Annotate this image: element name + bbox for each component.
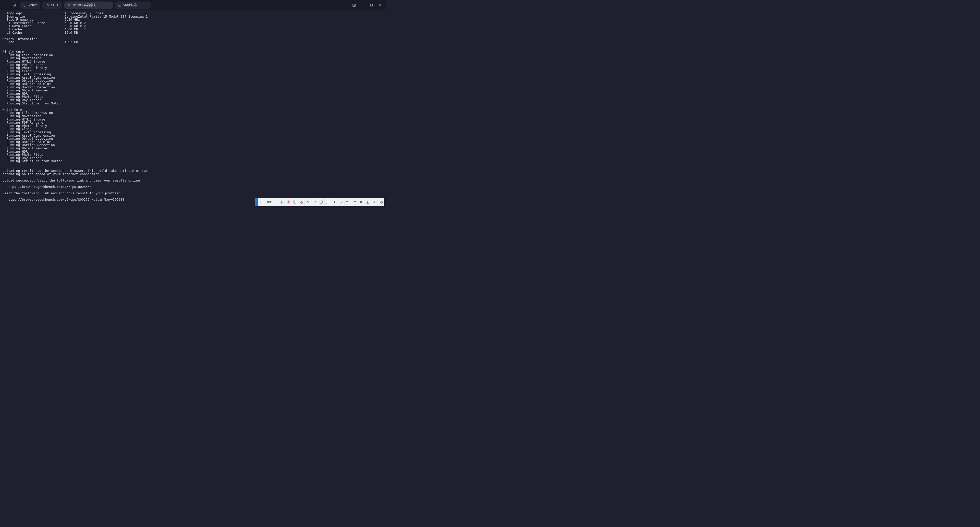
terminal-output[interactable]: Topology 1 Processor, 2 Cores Identifier…: [0, 10, 386, 204]
pause-icon[interactable]: [291, 198, 298, 206]
new-tab-button[interactable]: [153, 2, 159, 8]
pin-icon[interactable]: [371, 198, 378, 206]
maximize-icon[interactable]: [368, 2, 375, 8]
window-controls: [351, 2, 383, 8]
close-icon[interactable]: [67, 3, 71, 7]
polyline-icon[interactable]: [305, 198, 311, 206]
menu-icon[interactable]: [3, 2, 9, 8]
svg-point-3: [261, 201, 262, 202]
download-icon[interactable]: [364, 198, 371, 206]
folder-icon: [45, 3, 49, 7]
cancel-icon[interactable]: [358, 198, 364, 206]
undo-icon[interactable]: [345, 198, 351, 206]
move-icon[interactable]: [278, 198, 285, 206]
terminal-icon: [118, 3, 121, 7]
timer-display: 00:00: [264, 200, 278, 204]
sidebar-toggle-icon[interactable]: [351, 2, 357, 8]
redo-icon[interactable]: [351, 198, 358, 206]
svg-point-5: [287, 201, 289, 202]
eraser-icon[interactable]: [338, 198, 345, 206]
svg-point-8: [301, 202, 303, 203]
text-icon[interactable]: [331, 198, 338, 206]
shield-icon: [23, 3, 27, 7]
minimize-icon[interactable]: [360, 2, 366, 8]
recording-toolbar: 00:00: [255, 198, 384, 206]
shape-icon[interactable]: [298, 198, 305, 206]
drag-handle[interactable]: [255, 198, 258, 206]
pencil-icon[interactable]: [325, 198, 331, 206]
arrow-icon[interactable]: [311, 198, 318, 206]
svg-point-6: [293, 201, 296, 203]
svg-rect-1: [352, 4, 355, 6]
record-icon[interactable]: [285, 198, 291, 206]
tab-v6[interactable]: v6服务器: [115, 2, 151, 9]
svg-rect-10: [380, 201, 383, 204]
info-icon[interactable]: [318, 198, 325, 206]
tab-sftp[interactable]: SFTP: [42, 2, 62, 9]
tab-label: Vaults: [29, 3, 37, 7]
tab-label: ubuntu 容器学习: [73, 3, 97, 7]
svg-rect-0: [118, 4, 121, 6]
tab-bar: Vaults SFTP ubuntu 容器学习 v6服务器: [0, 0, 386, 10]
tab-ubuntu[interactable]: ubuntu 容器学习: [64, 2, 113, 9]
window-close-icon[interactable]: [377, 2, 383, 8]
tab-label: SFTP: [51, 3, 59, 7]
tab-label: v6服务器: [124, 3, 137, 7]
tab-vaults[interactable]: Vaults: [20, 2, 40, 9]
copy-icon[interactable]: [378, 198, 384, 206]
svg-rect-2: [370, 4, 372, 6]
bell-icon[interactable]: [11, 2, 18, 8]
gear-icon[interactable]: [258, 198, 264, 206]
